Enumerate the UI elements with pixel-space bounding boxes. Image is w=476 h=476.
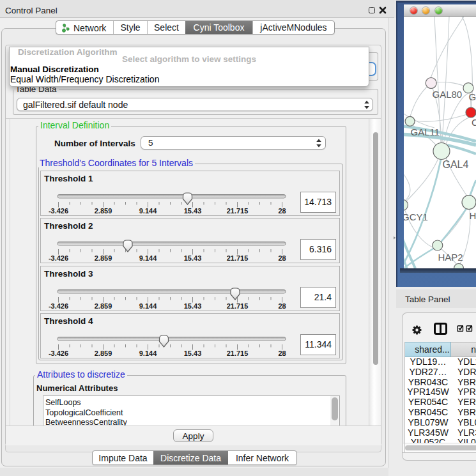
svg-text:9.144: 9.144 [139, 207, 157, 215]
svg-text:15.43: 15.43 [184, 302, 202, 310]
svg-text:GAL80: GAL80 [433, 89, 463, 100]
svg-text:-3.426: -3.426 [49, 254, 68, 262]
svg-text:21.715: 21.715 [227, 254, 249, 262]
svg-text:21.715: 21.715 [227, 207, 249, 215]
svg-text:C: C [472, 117, 476, 128]
svg-text:GAL4: GAL4 [443, 159, 469, 170]
svg-text:GAL11: GAL11 [411, 127, 440, 137]
svg-text:2.859: 2.859 [95, 302, 112, 310]
svg-text:9.144: 9.144 [139, 254, 157, 262]
svg-text:HAP2: HAP2 [438, 252, 463, 263]
svg-text:15.43: 15.43 [184, 254, 202, 262]
svg-text:15.43: 15.43 [184, 207, 202, 215]
svg-text:-3.426: -3.426 [49, 349, 68, 357]
svg-text:28: 28 [278, 302, 286, 310]
svg-text:21.715: 21.715 [227, 302, 249, 310]
svg-text:-3.426: -3.426 [49, 302, 68, 310]
svg-text:GCY1: GCY1 [404, 211, 428, 222]
svg-text:9.144: 9.144 [139, 302, 157, 310]
svg-text:2.859: 2.859 [95, 207, 112, 215]
svg-text:GA: GA [469, 91, 476, 102]
svg-text:28: 28 [278, 349, 286, 357]
svg-text:2.859: 2.859 [95, 254, 112, 262]
svg-text:21.715: 21.715 [227, 349, 249, 357]
svg-text:9.144: 9.144 [139, 349, 157, 357]
svg-text:2.859: 2.859 [95, 349, 112, 357]
svg-text:28: 28 [278, 254, 286, 262]
svg-text:HS: HS [470, 210, 476, 221]
svg-text:28: 28 [278, 207, 286, 215]
svg-text:-3.426: -3.426 [49, 207, 68, 215]
svg-text:15.43: 15.43 [184, 349, 202, 357]
